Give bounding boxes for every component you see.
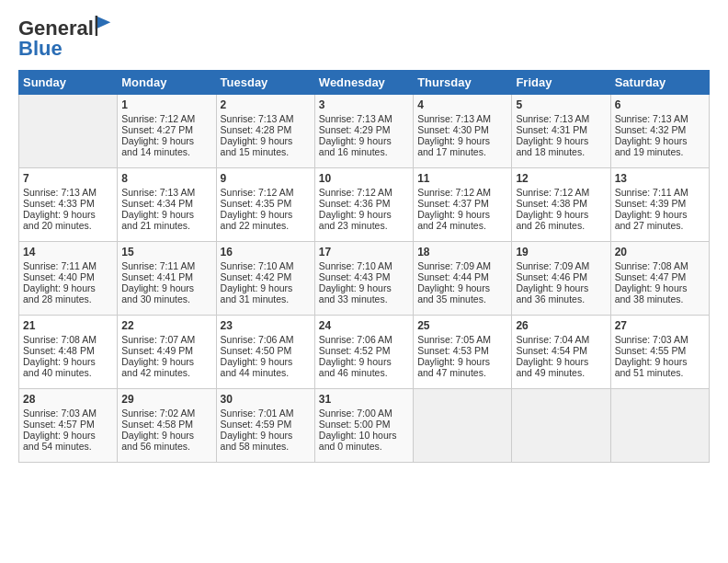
- daylight-text: Daylight: 9 hours and 14 minutes.: [121, 135, 194, 157]
- sunset-text: Sunset: 4:46 PM: [516, 271, 587, 282]
- day-number: 19: [516, 246, 606, 259]
- sunset-text: Sunset: 4:40 PM: [23, 271, 95, 282]
- daylight-text: Daylight: 9 hours and 58 minutes.: [221, 430, 293, 452]
- day-number: 24: [319, 319, 409, 332]
- svg-rect-1: [96, 16, 97, 36]
- calendar-cell: 14Sunrise: 7:11 AMSunset: 4:40 PMDayligh…: [19, 242, 118, 316]
- calendar-cell: 22Sunrise: 7:07 AMSunset: 4:49 PMDayligh…: [118, 316, 216, 389]
- sunrise-text: Sunrise: 7:07 AM: [121, 334, 195, 345]
- daylight-text: Daylight: 10 hours and 0 minutes.: [319, 430, 397, 452]
- daylight-text: Daylight: 9 hours and 30 minutes.: [121, 282, 194, 304]
- daylight-text: Daylight: 9 hours and 38 minutes.: [615, 282, 688, 304]
- sunset-text: Sunset: 4:53 PM: [417, 345, 489, 356]
- daylight-text: Daylight: 9 hours and 35 minutes.: [417, 282, 490, 304]
- sunrise-text: Sunrise: 7:13 AM: [221, 113, 294, 124]
- calendar-cell: 20Sunrise: 7:08 AMSunset: 4:47 PMDayligh…: [610, 242, 709, 316]
- sunrise-text: Sunrise: 7:05 AM: [417, 334, 491, 345]
- daylight-text: Daylight: 9 hours and 46 minutes.: [319, 356, 392, 378]
- day-number: 14: [23, 246, 113, 259]
- sunrise-text: Sunrise: 7:03 AM: [615, 334, 688, 345]
- sunset-text: Sunset: 4:52 PM: [319, 345, 391, 356]
- sunrise-text: Sunrise: 7:02 AM: [121, 408, 195, 419]
- sunrise-text: Sunrise: 7:12 AM: [516, 187, 589, 198]
- weekday-header-friday: Friday: [512, 71, 610, 95]
- daylight-text: Daylight: 9 hours and 31 minutes.: [221, 282, 293, 304]
- daylight-text: Daylight: 9 hours and 19 minutes.: [615, 135, 688, 157]
- calendar-header: SundayMondayTuesdayWednesdayThursdayFrid…: [19, 71, 710, 95]
- logo: General Blue: [18, 17, 111, 61]
- calendar-cell: [19, 95, 118, 168]
- day-number: 21: [23, 319, 113, 332]
- calendar-cell: 8Sunrise: 7:13 AMSunset: 4:34 PMDaylight…: [118, 168, 216, 242]
- calendar-cell: 4Sunrise: 7:13 AMSunset: 4:30 PMDaylight…: [414, 95, 512, 168]
- sunrise-text: Sunrise: 7:13 AM: [319, 113, 392, 124]
- calendar-week-row: 21Sunrise: 7:08 AMSunset: 4:48 PMDayligh…: [19, 316, 710, 389]
- sunrise-text: Sunrise: 7:12 AM: [319, 187, 392, 198]
- calendar-cell: 3Sunrise: 7:13 AMSunset: 4:29 PMDaylight…: [314, 95, 413, 168]
- sunset-text: Sunset: 4:55 PM: [615, 345, 687, 356]
- calendar-cell: 9Sunrise: 7:12 AMSunset: 4:35 PMDaylight…: [216, 168, 314, 242]
- calendar-week-row: 28Sunrise: 7:03 AMSunset: 4:57 PMDayligh…: [19, 389, 710, 463]
- calendar-cell: [512, 389, 610, 463]
- sunset-text: Sunset: 4:35 PM: [221, 198, 292, 209]
- sunset-text: Sunset: 4:33 PM: [23, 198, 95, 209]
- calendar-page: General Blue SundayMondayTuesdayWednesda…: [0, 0, 728, 474]
- sunrise-text: Sunrise: 7:09 AM: [516, 260, 589, 271]
- daylight-text: Daylight: 9 hours and 23 minutes.: [319, 209, 392, 231]
- sunrise-text: Sunrise: 7:01 AM: [221, 408, 294, 419]
- day-number: 11: [417, 172, 507, 185]
- calendar-body: 1Sunrise: 7:12 AMSunset: 4:27 PMDaylight…: [19, 95, 710, 463]
- daylight-text: Daylight: 9 hours and 24 minutes.: [417, 209, 490, 231]
- daylight-text: Daylight: 9 hours and 15 minutes.: [221, 135, 293, 157]
- weekday-header-wednesday: Wednesday: [314, 71, 413, 95]
- calendar-cell: 2Sunrise: 7:13 AMSunset: 4:28 PMDaylight…: [216, 95, 314, 168]
- sunrise-text: Sunrise: 7:12 AM: [417, 187, 491, 198]
- sunrise-text: Sunrise: 7:13 AM: [516, 113, 589, 124]
- daylight-text: Daylight: 9 hours and 17 minutes.: [417, 135, 490, 157]
- calendar-cell: 21Sunrise: 7:08 AMSunset: 4:48 PMDayligh…: [19, 316, 118, 389]
- day-number: 13: [615, 172, 705, 185]
- daylight-text: Daylight: 9 hours and 51 minutes.: [615, 356, 688, 378]
- daylight-text: Daylight: 9 hours and 33 minutes.: [319, 282, 392, 304]
- daylight-text: Daylight: 9 hours and 22 minutes.: [221, 209, 293, 231]
- day-number: 8: [121, 172, 211, 185]
- day-number: 10: [319, 172, 409, 185]
- sunset-text: Sunset: 4:50 PM: [221, 345, 292, 356]
- sunset-text: Sunset: 4:54 PM: [516, 345, 587, 356]
- daylight-text: Daylight: 9 hours and 21 minutes.: [121, 209, 194, 231]
- daylight-text: Daylight: 9 hours and 16 minutes.: [319, 135, 392, 157]
- day-number: 27: [615, 319, 705, 332]
- sunrise-text: Sunrise: 7:11 AM: [121, 260, 195, 271]
- day-number: 7: [23, 172, 113, 185]
- sunrise-text: Sunrise: 7:10 AM: [319, 260, 392, 271]
- calendar-cell: 5Sunrise: 7:13 AMSunset: 4:31 PMDaylight…: [512, 95, 610, 168]
- day-number: 9: [221, 172, 311, 185]
- sunset-text: Sunset: 4:36 PM: [319, 198, 391, 209]
- sunrise-text: Sunrise: 7:03 AM: [23, 408, 97, 419]
- day-number: 25: [417, 319, 507, 332]
- day-number: 12: [516, 172, 606, 185]
- sunset-text: Sunset: 4:39 PM: [615, 198, 687, 209]
- calendar-cell: 17Sunrise: 7:10 AMSunset: 4:43 PMDayligh…: [314, 242, 413, 316]
- header-area: General Blue: [18, 17, 710, 61]
- calendar-cell: 19Sunrise: 7:09 AMSunset: 4:46 PMDayligh…: [512, 242, 610, 316]
- sunset-text: Sunset: 4:44 PM: [417, 271, 489, 282]
- day-number: 26: [516, 319, 606, 332]
- calendar-cell: 11Sunrise: 7:12 AMSunset: 4:37 PMDayligh…: [414, 168, 512, 242]
- sunrise-text: Sunrise: 7:11 AM: [615, 187, 688, 198]
- sunset-text: Sunset: 4:34 PM: [121, 198, 193, 209]
- daylight-text: Daylight: 9 hours and 54 minutes.: [23, 430, 96, 452]
- sunset-text: Sunset: 4:27 PM: [121, 124, 193, 135]
- sunset-text: Sunset: 4:49 PM: [121, 345, 193, 356]
- sunrise-text: Sunrise: 7:08 AM: [23, 334, 97, 345]
- daylight-text: Daylight: 9 hours and 27 minutes.: [615, 209, 688, 231]
- weekday-header-thursday: Thursday: [414, 71, 512, 95]
- sunrise-text: Sunrise: 7:12 AM: [221, 187, 294, 198]
- sunset-text: Sunset: 4:29 PM: [319, 124, 391, 135]
- calendar-cell: 24Sunrise: 7:06 AMSunset: 4:52 PMDayligh…: [314, 316, 413, 389]
- sunrise-text: Sunrise: 7:09 AM: [417, 260, 491, 271]
- sunrise-text: Sunrise: 7:13 AM: [417, 113, 491, 124]
- daylight-text: Daylight: 9 hours and 20 minutes.: [23, 209, 96, 231]
- calendar-cell: 18Sunrise: 7:09 AMSunset: 4:44 PMDayligh…: [414, 242, 512, 316]
- weekday-header-monday: Monday: [118, 71, 216, 95]
